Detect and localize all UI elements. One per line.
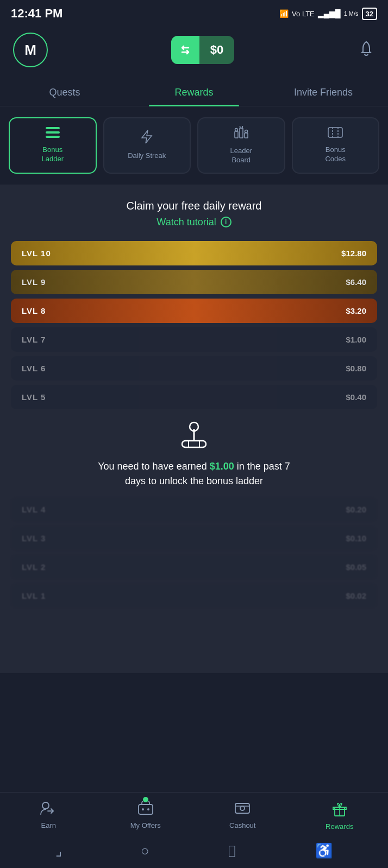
ticket-icon [328,127,343,141]
status-icons: 📶 Vo LTE ▂▄▆█ 1 M/s 32 [279,8,377,20]
svg-rect-17 [139,804,153,814]
ladder-row-lvl5-label: LVL 5 [22,392,46,402]
sub-tab-daily-streak-label: Daily Streak [128,151,166,161]
svg-rect-5 [245,133,248,138]
ladder-row-lvl7-label: LVL 7 [22,335,46,344]
joystick-icon-wrapper [178,418,210,451]
ladder-row-lvl10-label: LVL 10 [22,249,51,258]
battery-indicator: 32 [362,8,377,20]
wifi-icon: 📶 [279,9,289,18]
sub-tab-bonus-codes[interactable]: BonusCodes [292,117,380,174]
watch-tutorial-link[interactable]: Watch tutorial i [11,217,377,228]
ladder-row-lvl9-label: LVL 9 [22,277,46,287]
sub-tab-bonus-ladder[interactable]: BonusLadder [9,117,97,174]
ladder-row-lvl7: LVL 7 $1.00 [11,327,377,352]
signal-text: Vo LTE [292,10,315,18]
main-tabs: Quests Rewards Invite Friends [0,78,388,106]
ladder-row-lvl8-value: $3.20 [346,306,366,315]
unlock-message: You need to have earned $1.00 in the pas… [91,459,297,489]
speed-text: 1 M/s [344,10,359,17]
sub-tab-leader-board[interactable]: LeaderBoard [197,117,285,174]
ladder-row-lvl10-value: $12.80 [341,249,366,258]
avatar[interactable]: M [13,33,48,67]
notification-dot [143,797,148,802]
system-nav: ⌟ ○ ⌷ ♿ [0,836,388,868]
svg-point-19 [147,808,149,810]
ladder-row-lvl2: LVL 2 $0.05 [11,555,377,579]
svg-rect-2 [46,136,60,138]
ladder-row-lvl9: LVL 9 $6.40 [11,270,377,294]
blurred-ladder-rows: LVL 4 $0.20 LVL 3 $0.10 LVL 2 $0.05 LVL … [11,497,377,608]
svg-rect-3 [240,128,243,138]
content-area: Claim your free daily reward Watch tutor… [0,185,388,673]
svg-point-8 [245,130,247,133]
lock-area: You need to have earned $1.00 in the pas… [11,409,377,493]
bottom-nav: Earn My Offers Casho [0,792,388,868]
status-bar: 12:41 PM 📶 Vo LTE ▂▄▆█ 1 M/s 32 [0,0,388,25]
bottom-tab-rewards-label: Rewards [326,822,353,831]
ladder-row-lvl3: LVL 3 $0.10 [11,526,377,550]
svg-rect-1 [46,131,60,134]
rewards-icon [331,800,348,820]
svg-point-6 [235,129,237,131]
tab-invite-friends[interactable]: Invite Friends [259,78,388,106]
svg-rect-4 [235,131,238,138]
bottom-tab-cashout[interactable]: Cashout [194,793,291,836]
sub-tab-bonus-codes-label: BonusCodes [325,145,346,164]
svg-rect-0 [46,127,60,129]
back-gesture[interactable]: ⌟ [55,842,62,859]
info-icon: i [221,217,231,227]
svg-point-21 [240,806,245,810]
ladder-row-lvl7-value: $1.00 [346,335,366,344]
cashout-icon [234,801,251,819]
svg-point-18 [142,808,144,810]
bottom-tab-rewards[interactable]: Rewards [291,793,389,836]
lightning-icon [141,130,153,147]
sub-tab-leader-board-label: LeaderBoard [230,147,252,165]
header: M $0 [0,25,388,78]
ladder-row-lvl6: LVL 6 $0.80 [11,356,377,381]
accessibility-gesture[interactable]: ♿ [315,842,333,859]
balance-icon [171,36,199,64]
svg-point-7 [240,126,242,128]
balance-amount: $0 [199,43,234,57]
recents-gesture[interactable]: ⌷ [228,842,236,859]
bottom-tab-cashout-label: Cashout [229,821,255,829]
ladder-row-lvl8: LVL 8 $3.20 [11,299,377,323]
claim-title: Claim your free daily reward [11,200,377,212]
ladder-row-lvl8-label: LVL 8 [22,306,46,315]
bottom-tab-earn-label: Earn [41,821,56,829]
ladder-row-lvl5-value: $0.40 [346,392,366,402]
ladder-row-lvl4: LVL 4 $0.20 [11,497,377,522]
notification-bell[interactable] [358,40,375,61]
my-offers-icon [137,801,154,819]
ladder-container: LVL 10 $12.80 LVL 9 $6.40 LVL 8 $3.20 LV… [11,241,377,409]
svg-rect-9 [328,128,342,137]
home-gesture[interactable]: ○ [141,842,149,859]
sub-tabs: BonusLadder Daily Streak LeaderBoard [0,106,388,179]
unlock-amount: $1.00 [210,461,234,472]
tab-quests[interactable]: Quests [0,78,129,106]
ladder-row-lvl10: LVL 10 $12.80 [11,241,377,265]
ladder-row-lvl5: LVL 5 $0.40 [11,385,377,409]
ladder-row-lvl1: LVL 1 $0.02 [11,584,377,608]
ladder-row-lvl6-label: LVL 6 [22,364,46,373]
bottom-tabs: Earn My Offers Casho [0,793,388,836]
earn-icon [40,801,57,819]
svg-point-15 [42,802,49,809]
sub-tab-daily-streak[interactable]: Daily Streak [103,117,191,174]
status-time: 12:41 PM [11,7,62,21]
bottom-tab-my-offers-label: My Offers [130,821,161,829]
hamburger-icon [46,127,60,141]
joystick-svg [178,418,210,451]
bottom-tab-my-offers[interactable]: My Offers [97,793,195,836]
ladder-row-lvl9-value: $6.40 [346,277,366,287]
svg-rect-10 [182,441,206,447]
podium-icon [234,126,248,142]
sub-tab-bonus-ladder-label: BonusLadder [42,145,64,164]
balance-button[interactable]: $0 [171,36,234,64]
tab-rewards[interactable]: Rewards [129,78,259,106]
signal-bars: ▂▄▆█ [318,9,341,18]
bottom-tab-earn[interactable]: Earn [0,793,97,836]
ladder-row-lvl6-value: $0.80 [346,364,366,373]
